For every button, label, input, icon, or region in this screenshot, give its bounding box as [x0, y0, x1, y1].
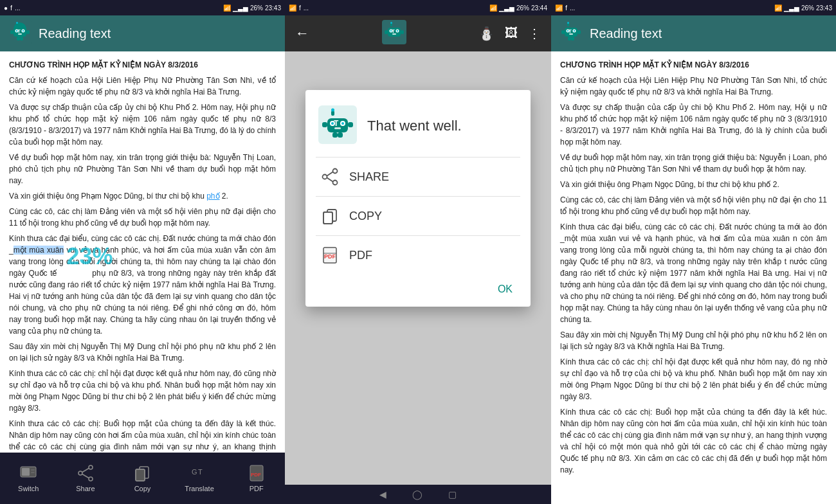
share-icon: [77, 464, 95, 482]
toolbar-translate[interactable]: G T Translate: [183, 464, 215, 492]
svg-text:G: G: [192, 468, 197, 476]
svg-text:PDF: PDF: [251, 472, 261, 478]
svg-text:T: T: [17, 28, 21, 34]
svg-line-23: [82, 474, 89, 478]
svg-rect-41: [401, 30, 404, 34]
svg-line-22: [82, 469, 89, 473]
para-4-right: Và xin giới thiệu ông Phạm Ngọc Dũng, bí…: [560, 179, 827, 190]
para-9-right: Kính thưa các cô các chị: Buổi họp mặt c…: [560, 406, 827, 476]
more-vert-icon[interactable]: ⋮: [528, 26, 541, 41]
center-bottom-nav: ◀ ◯ ▢: [285, 485, 551, 504]
pdf-icon: PDF: [248, 464, 266, 482]
svg-point-48: [341, 122, 344, 125]
image-icon[interactable]: 🖼: [505, 26, 518, 41]
svg-point-57: [333, 169, 338, 174]
dialog-ok-button[interactable]: OK: [490, 280, 520, 299]
app-bar-right: T Reading text: [551, 15, 836, 51]
center-robot-logo: T: [382, 20, 406, 47]
svg-rect-17: [31, 469, 35, 471]
battery-percent: 26%: [250, 4, 263, 12]
svg-rect-40: [385, 30, 388, 34]
status-left-icons: ● f ...: [4, 4, 20, 12]
svg-point-51: [331, 109, 334, 112]
right-signal: ▁▃▅: [784, 4, 799, 12]
center-notif-icon: 📶: [289, 4, 296, 12]
signal-icon: ▁▃▅: [233, 4, 248, 12]
dialog-share-item[interactable]: SHARE: [305, 158, 531, 196]
para-3-left: Về dự buổi họp mặt hôm nay, xin trân trọ…: [9, 152, 276, 186]
center-time: 23:44: [531, 4, 547, 12]
app-logo-right: T: [559, 20, 583, 47]
bottom-toolbar-left: Switch Share Copy G T: [0, 453, 285, 504]
para-7-right: Sau đây xin mời chị Nguyễn Thị Mỹ Dung c…: [560, 329, 827, 352]
dialog-copy-item[interactable]: COPY: [305, 197, 531, 235]
nav-back[interactable]: ◀: [379, 489, 386, 500]
dialog-share-icon: [321, 168, 339, 186]
svg-rect-54: [332, 132, 338, 138]
back-button[interactable]: ←: [295, 25, 309, 42]
svg-text:T: T: [334, 119, 339, 128]
center-battery: 26%: [516, 4, 529, 12]
camera-icon[interactable]: ⛄: [478, 26, 495, 41]
svg-point-36: [396, 30, 397, 32]
svg-line-60: [327, 172, 333, 176]
status-bar-left: ● f ... 📶 ▁▃▅ 26% 23:43: [0, 0, 285, 15]
center-fb-icon: f: [299, 4, 301, 12]
para-2-right: Và được sự chấp thuận của cấp ủy chi bộ …: [560, 102, 827, 148]
nav-home[interactable]: ◯: [412, 489, 423, 500]
status-bar-right: 📶 f ... 📶 ▁▃▅ 26% 23:43: [551, 0, 836, 15]
center-content-area: T That went well. SHARE: [285, 51, 551, 485]
status-right-panel-left: 📶 f ...: [555, 4, 575, 12]
svg-text:T: T: [198, 468, 203, 476]
svg-rect-52: [322, 122, 327, 127]
notification-icon: ●: [4, 4, 8, 12]
svg-rect-16: [22, 468, 30, 476]
app-title-right: Reading text: [590, 26, 828, 41]
para-1-left: Căn cứ kế hoạch của Hội Liên Hiệp Phụ Nữ…: [9, 75, 276, 98]
svg-point-39: [390, 22, 392, 24]
center-top-actions: ⛄ 🖼 ⋮: [478, 26, 541, 41]
doc-title-right: CHƯƠNG TRÌNH HỌP MẶT KỶ NIỆM NGÀY 8/3/20…: [560, 59, 827, 71]
center-panel: 📶 f ... 📶 ▁▃▅ 26% 23:44 ←: [285, 0, 551, 504]
translate-icon: G T: [190, 464, 208, 482]
svg-rect-78: [577, 30, 581, 34]
para-1-right: Căn cứ kế hoạch của Hội Liên Hiệp Phụ Nữ…: [560, 75, 827, 98]
para-3-right: Về dự buổi họp mặt hôm nay, xin trân trọ…: [560, 152, 827, 175]
svg-point-19: [89, 465, 93, 469]
center-status-left: 📶 f ...: [289, 4, 309, 12]
center-more-icon: ...: [304, 4, 309, 12]
svg-rect-18: [31, 472, 35, 473]
center-signal: ▁▃▅: [499, 4, 514, 12]
toolbar-pdf[interactable]: PDF PDF: [241, 464, 273, 492]
svg-rect-63: [323, 212, 332, 224]
status-bar-center: 📶 f ... 📶 ▁▃▅ 26% 23:44: [285, 0, 551, 15]
para-5-right: Cùng các cô, các chị làm Đảng viên và mộ…: [560, 194, 827, 217]
right-more-icon: ...: [570, 4, 575, 12]
svg-point-58: [323, 175, 327, 179]
right-wifi: 📶: [774, 4, 782, 12]
dialog-copy-label: COPY: [349, 210, 382, 223]
switch-icon: [19, 464, 37, 482]
para-8-left: Kính thưa các cô các chị: chỉ hội đạt đư…: [9, 368, 276, 414]
dialog-share-label: SHARE: [349, 170, 389, 184]
dialog-copy-icon: [321, 207, 339, 225]
center-status-right: 📶 ▁▃▅ 26% 23:44: [489, 4, 547, 12]
svg-point-59: [333, 181, 338, 185]
dialog-header: T That went well.: [305, 90, 531, 157]
content-left[interactable]: CHƯƠNG TRÌNH HỌP MẶT KỶ NIỆM NGÀY 8/3/20…: [0, 51, 285, 453]
para-5-left: Cùng các cô, các chị làm Đảng viên và mộ…: [9, 206, 276, 229]
nav-recent[interactable]: ▢: [448, 489, 457, 500]
dialog-pdf-item[interactable]: PDF PDF: [305, 236, 531, 274]
status-right-panel-right: 📶 ▁▃▅ 26% 23:43: [774, 4, 832, 12]
svg-rect-25: [136, 469, 145, 481]
right-fb-icon: f: [565, 4, 567, 12]
doc-title-left: CHƯƠNG TRÌNH HỌP MẶT KỶ NIỆM NGÀY 8/3/20…: [9, 59, 276, 71]
content-right[interactable]: CHƯƠNG TRÌNH HỌP MẶT KỶ NIỆM NGÀY 8/3/20…: [551, 51, 836, 504]
toolbar-switch[interactable]: Switch: [12, 464, 44, 492]
share-dialog: T That went well. SHARE: [305, 90, 531, 307]
toolbar-share[interactable]: Share: [69, 464, 102, 492]
dialog-actions: OK: [305, 274, 531, 307]
toolbar-copy[interactable]: Copy: [126, 464, 158, 492]
link-pho[interactable]: phố: [206, 192, 219, 201]
dialog-pdf-icon: PDF: [321, 246, 339, 264]
